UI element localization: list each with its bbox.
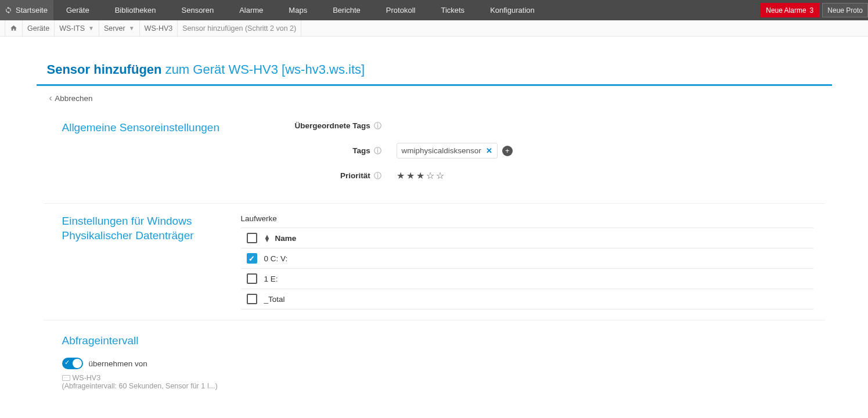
- chevron-down-icon: ▼: [88, 25, 94, 31]
- drives-label: Laufwerke: [241, 214, 813, 223]
- drives-table: ▲▼ Name 0 C: V: 1 E: _Total: [241, 228, 813, 309]
- new-proto-button[interactable]: Neue Proto: [822, 3, 868, 17]
- drive-row[interactable]: 0 C: V:: [241, 248, 813, 269]
- breadcrumb-wshv3[interactable]: WS-HV3: [140, 20, 178, 36]
- nav-reports[interactable]: Berichte: [320, 0, 373, 20]
- inherit-toggle[interactable]: ✓: [62, 358, 83, 369]
- parent-tags-label: Übergeordnete Tags: [294, 121, 370, 130]
- help-icon[interactable]: ⓘ: [374, 146, 381, 155]
- drive-checkbox[interactable]: [247, 294, 257, 304]
- help-icon[interactable]: ⓘ: [374, 171, 381, 180]
- help-icon[interactable]: ⓘ: [374, 121, 381, 130]
- star-5[interactable]: ☆: [436, 170, 444, 181]
- drive-name: 0 C: V:: [264, 254, 288, 263]
- star-4[interactable]: ☆: [426, 170, 434, 181]
- breadcrumb: Geräte WS-ITS▼ Server▼ WS-HV3 Sensor hin…: [0, 20, 868, 37]
- nav-config[interactable]: Konfiguration: [477, 0, 548, 20]
- device-icon: ⋯: [62, 375, 70, 381]
- section-general-title: Allgemeine Sensoreinstellungen: [44, 121, 241, 193]
- check-icon: ✓: [64, 359, 70, 366]
- breadcrumb-server[interactable]: Server▼: [99, 20, 140, 36]
- drive-name: _Total: [264, 295, 285, 304]
- section-general: Allgemeine Sensoreinstellungen Übergeord…: [44, 110, 825, 204]
- remove-tag-icon[interactable]: ✕: [486, 146, 492, 155]
- nav-alarms[interactable]: Alarme: [226, 0, 276, 20]
- interval-title: Abfrageintervall: [62, 334, 806, 347]
- section-disk-title: Einstellungen für Windows Physikalischer…: [44, 214, 241, 309]
- breadcrumb-home[interactable]: [5, 20, 23, 36]
- drive-name: 1 E:: [264, 275, 278, 283]
- nav-libraries[interactable]: Bibliotheken: [102, 0, 169, 20]
- nav-log[interactable]: Protokoll: [373, 0, 428, 20]
- breadcrumb-wsits[interactable]: WS-ITS▼: [55, 20, 99, 36]
- column-name: Name: [275, 234, 296, 243]
- priority-stars: ★ ★ ★ ☆ ☆: [397, 170, 444, 181]
- inherit-label: übernehmen von: [89, 359, 147, 368]
- nav-tickets[interactable]: Tickets: [428, 0, 477, 20]
- drive-row[interactable]: 1 E:: [241, 269, 813, 289]
- page-title: Sensor hinzufügen zum Gerät WS-HV3 [ws-h…: [37, 54, 832, 86]
- chevron-down-icon: ▼: [129, 25, 135, 31]
- priority-label: Priorität: [340, 171, 370, 180]
- nav-home[interactable]: Startseite: [0, 0, 53, 20]
- alarm-count: 3: [810, 6, 814, 15]
- inherit-device: ⋯ WS-HV3: [62, 374, 806, 382]
- nav-maps[interactable]: Maps: [276, 0, 320, 20]
- tag-text: wmiphysicaldisksensor: [402, 146, 481, 155]
- inherit-detail: (Abfrageintervall: 60 Sekunden, Sensor f…: [62, 382, 806, 390]
- top-nav: Startseite Geräte Bibliotheken Sensoren …: [0, 0, 868, 20]
- tags-label: Tags: [352, 146, 370, 155]
- new-alarms-badge[interactable]: Neue Alarme 3: [760, 3, 819, 17]
- main-container: Sensor hinzufügen zum Gerät WS-HV3 [ws-h…: [37, 54, 832, 404]
- star-2[interactable]: ★: [406, 170, 415, 181]
- home-icon: [10, 24, 17, 32]
- breadcrumb-current: Sensor hinzufügen (Schritt 2 von 2): [178, 20, 301, 36]
- cancel-link[interactable]: Abbrechen: [49, 94, 93, 103]
- sort-icon[interactable]: ▲▼: [264, 235, 271, 242]
- drive-checkbox[interactable]: [247, 273, 257, 284]
- nav-label: Startseite: [16, 6, 48, 15]
- drive-checkbox[interactable]: [247, 253, 257, 264]
- star-3[interactable]: ★: [416, 170, 424, 181]
- select-all-checkbox[interactable]: [247, 233, 257, 243]
- star-1[interactable]: ★: [397, 170, 405, 181]
- section-interval: Abfrageintervall ✓ übernehmen von ⋯ WS-H…: [37, 320, 832, 404]
- drives-header: ▲▼ Name: [241, 228, 813, 248]
- alarm-label: Neue Alarme: [766, 6, 806, 15]
- tag-chip: wmiphysicaldisksensor ✕: [397, 143, 498, 158]
- nav-sensors[interactable]: Sensoren: [169, 0, 227, 20]
- refresh-icon: [5, 6, 12, 14]
- nav-devices[interactable]: Geräte: [53, 0, 102, 20]
- section-disk: Einstellungen für Windows Physikalischer…: [44, 204, 825, 320]
- add-tag-button[interactable]: +: [502, 146, 513, 156]
- breadcrumb-devices[interactable]: Geräte: [23, 20, 55, 36]
- drive-row[interactable]: _Total: [241, 289, 813, 309]
